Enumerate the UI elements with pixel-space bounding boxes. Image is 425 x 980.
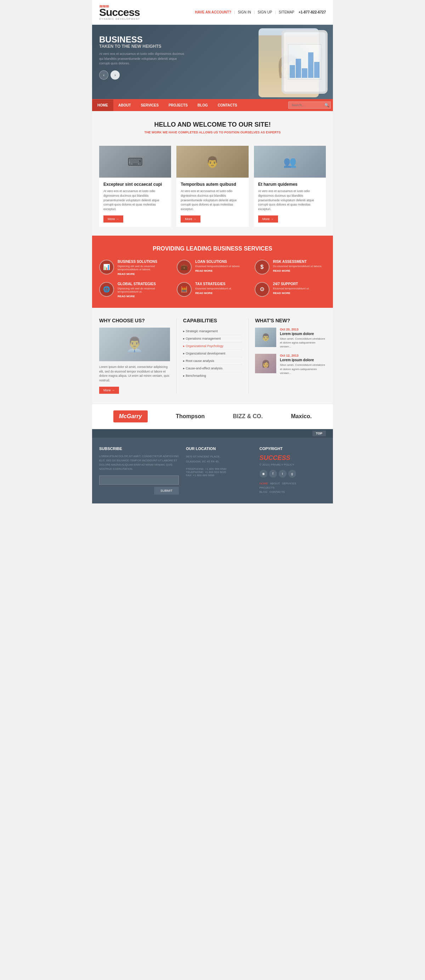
card-3-more-btn[interactable]: More → [258, 215, 278, 223]
whats-new-col: WHAT'S NEW? 👨 Oct 20, 2013 Lorem ipsum d… [248, 318, 326, 394]
card-1-title: Excepteur sint occaecat cupi [104, 182, 167, 187]
social-google-icon[interactable]: g [288, 470, 296, 477]
nav-contacts[interactable]: CONTACTS [213, 99, 242, 111]
hero-section: BUSINESS TAKEN TO THE NEW HEIGHTS At ver… [92, 25, 333, 99]
cap-item-6[interactable]: ▸ Benchmarking [183, 372, 242, 379]
fax-label: FAX: [186, 474, 192, 477]
location-address: 9870 ST.VINCENT PLACE, [186, 454, 252, 459]
nav-about[interactable]: ABOUT [113, 99, 136, 111]
cap-item-5[interactable]: ▸ Cause-and-effect analysis [183, 365, 242, 372]
nav-projects[interactable]: PROJECTS [164, 99, 193, 111]
footer-link-blog[interactable]: BLOG [260, 490, 267, 493]
sign-up-link[interactable]: SIGN UP [257, 10, 272, 14]
service-title-4: TAX STRATEGIES [195, 282, 232, 286]
news-title-0: Lorem ipsum dolore [280, 332, 326, 336]
service-readmore-4[interactable]: READ MORE [195, 291, 232, 295]
why-title: WHY CHOOSE US? [99, 318, 170, 323]
service-icon-0: 📊 [99, 260, 114, 275]
search-icon[interactable]: 🔍 [324, 103, 329, 108]
footer-links: HOME ABOUT SERVICES PROJECTS BLOG CONTAC… [260, 482, 326, 493]
hero-title: BUSINESS [99, 35, 191, 44]
service-title-3: GLOBAL STRATEGIES [118, 282, 170, 286]
service-readmore-3[interactable]: READ MORE [118, 295, 170, 298]
header: ≋≋≋ Success DYNAMIC DEVELOPMENT HAVE AN … [92, 0, 333, 25]
subscribe-email-input[interactable] [99, 476, 179, 485]
news-date-0: Oct 20, 2013 [280, 328, 326, 331]
capabilities-col: CAPABILITIES ▸ Strategic management ▸ Op… [176, 318, 248, 394]
footer-link-projects[interactable]: PROJECTS [260, 486, 326, 489]
service-readmore-0[interactable]: READ MORE [118, 272, 170, 275]
whats-new-title: WHAT'S NEW? [255, 318, 326, 323]
card-2-more-btn[interactable]: More → [181, 215, 200, 223]
service-item-5: ⚙ 24/7 SUPPORT Eiusmod temporincididunt … [255, 282, 326, 298]
cap-item-0[interactable]: ▸ Strategic management [183, 328, 242, 335]
nav-blog[interactable]: BLOG [193, 99, 213, 111]
subscribe-submit-btn[interactable]: SUBMIT [154, 487, 179, 495]
copyright-year: © 2013 | PRIVACY POLICY [260, 463, 326, 466]
news-item-1: 👩 Oct 12, 2013 Lorem ipsum dolore Situn … [255, 354, 326, 375]
footer-location: OUR LOCATION 9870 ST.VINCENT PLACE, GLAS… [186, 447, 252, 495]
copyright-title: COPYRIGHT [260, 447, 326, 451]
hero-image: 👩 [243, 27, 328, 99]
next-arrow[interactable]: › [110, 70, 120, 80]
location-fax: FAX: +1 800 889 9898 [186, 474, 252, 477]
nav-home[interactable]: HOME [92, 99, 113, 111]
social-rss-icon[interactable]: ◉ [260, 470, 267, 477]
cap-list: ▸ Strategic management ▸ Operations mana… [183, 328, 242, 379]
three-col-section: WHY CHOOSE US? 👨‍💼 Lorem ipsum dolor sit… [92, 308, 333, 404]
service-icon-2: $ [255, 260, 270, 275]
card-2-text: At vero eos et accusamus et iusto odio d… [181, 189, 244, 212]
card-3-title: Et harum quidemes [258, 182, 321, 187]
cap-item-1[interactable]: ▸ Operations management [183, 335, 242, 342]
have-account-link[interactable]: HAVE AN ACCOUNT? [195, 10, 231, 14]
freephone-num: +1 800 559 6580 [205, 467, 226, 471]
logo: ≋≋≋ Success DYNAMIC DEVELOPMENT [99, 4, 140, 20]
services-grid: 📊 BUSINESS SOLUTIONS Dipisicing elit sed… [99, 260, 326, 298]
card-1: ⌨ Excepteur sint occaecat cupi At vero e… [99, 146, 171, 227]
service-readmore-2[interactable]: READ MORE [273, 269, 322, 272]
card-1-more-btn[interactable]: More → [104, 215, 123, 223]
prev-arrow[interactable]: ‹ [99, 70, 109, 80]
sitemap-link[interactable]: SITEMAP [279, 10, 294, 14]
partner-maxico: Maxico. [291, 413, 312, 420]
sign-in-link[interactable]: SIGN IN [238, 10, 251, 14]
cap-item-2[interactable]: ▸ Organizational Psychology [183, 342, 242, 350]
social-icons: ◉ f t g [260, 470, 326, 477]
service-desc-3: Dipisicing elit sed do eiusmod temporinc… [118, 287, 170, 293]
news-text-1: Situn amet. Conncididunt utrelabore et d… [280, 363, 326, 375]
logo-text: ≋≋≋ Success [99, 4, 140, 18]
card-3-text: At vero eos et accusamus et iusto odio d… [258, 189, 321, 212]
service-readmore-5[interactable]: READ MORE [273, 291, 310, 295]
service-readmore-1[interactable]: READ MORE [195, 269, 240, 272]
footer-link-home[interactable]: HOME [260, 482, 268, 485]
services-title: PROVIDING LEADING BUSINESS SERVICES [99, 245, 326, 252]
footer-top: TOP [92, 429, 333, 438]
cap-item-3[interactable]: ▸ Organizational development [183, 350, 242, 357]
social-twitter-icon[interactable]: t [279, 470, 286, 477]
hero-arrows: ‹ › [99, 70, 191, 80]
news-date-1: Oct 12, 2013 [280, 354, 326, 357]
location-telephone: TELEPHONE: +1 800 603 6035 [186, 471, 252, 474]
top-button[interactable]: TOP [312, 431, 326, 436]
nav-services[interactable]: SERVICES [136, 99, 164, 111]
service-icon-5: ⚙ [255, 282, 270, 297]
location-title: OUR LOCATION [186, 447, 252, 451]
subscribe-title: SUBSCRIBE [99, 447, 179, 451]
telephone-label: TELEPHONE: [186, 471, 204, 474]
why-text: Lorem ipsum dolor sit amet, consectetur … [99, 365, 170, 383]
service-desc-0: Dipisicing elit sed do eiusmod temporinc… [118, 265, 170, 271]
cap-item-4[interactable]: ▸ Root cause analysis [183, 357, 242, 365]
footer-link-about[interactable]: ABOUT [270, 482, 280, 485]
footer-link-services[interactable]: SERVICES [282, 482, 296, 485]
service-item-1: 💼 LOAN SOLUTIONS Eiusmod temporincididun… [177, 260, 248, 275]
why-choose-col: WHY CHOOSE US? 👨‍💼 Lorem ipsum dolor sit… [99, 318, 176, 394]
news-img-1: 👩 [255, 354, 276, 373]
card-3: 👥 Et harum quidemes At vero eos et accus… [254, 146, 326, 227]
social-facebook-icon[interactable]: f [269, 470, 277, 477]
welcome-section: HELLO AND WELCOME TO OUR SITE! THE WORK … [92, 111, 333, 144]
why-more-btn[interactable]: More → [99, 387, 119, 394]
news-text-0: Situn amet. Conncididunt utrelabore et d… [280, 337, 326, 349]
service-desc-2: Do eiusmod temporincididunt ut labore. [273, 265, 322, 268]
footer-link-contacts[interactable]: CONTACTS [270, 490, 285, 493]
service-item-2: $ RISK ASSESSMENT Do eiusmod temporincid… [255, 260, 326, 275]
